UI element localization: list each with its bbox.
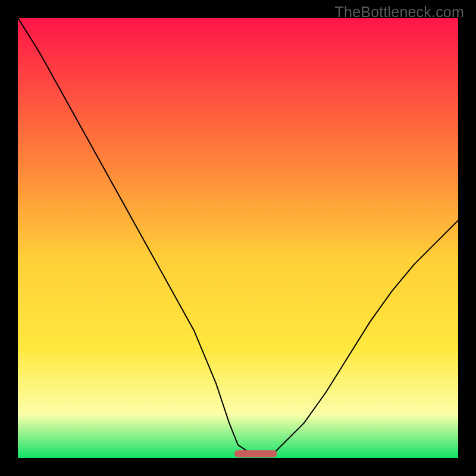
chart-svg [18,18,458,458]
gradient-rect [18,18,458,458]
plot-area [18,18,458,458]
chart-stage: TheBottleneck.com [0,0,476,476]
